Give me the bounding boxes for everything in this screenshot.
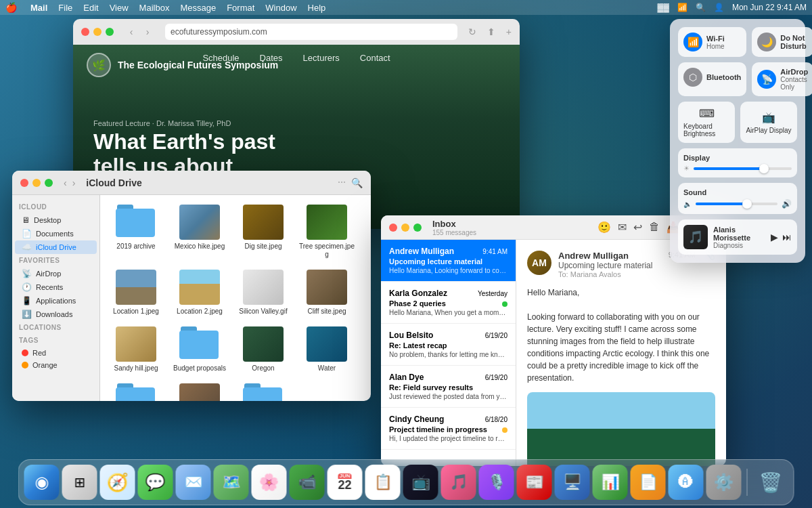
cc-wifi-tile[interactable]: 📶 Wi-Fi Home [678,27,746,57]
mail-fullscreen[interactable] [413,224,422,232]
cc-airdrop-tile[interactable]: 📡 AirDrop Contacts Only [752,62,812,96]
menubar-app-name[interactable]: Mail [30,3,47,13]
finder-item-intern[interactable]: Intern [106,379,166,401]
mail-minimize[interactable] [401,224,409,232]
menubar-edit[interactable]: Edit [83,3,98,13]
finder-forward[interactable]: › [72,177,76,188]
dock-messages[interactable]: 💬 [138,465,173,500]
airplay-audio-icon[interactable]: 🔊 [782,199,792,209]
dock-reminders[interactable]: 📋 [365,465,401,500]
dock-calendar[interactable]: JUN 22 [328,465,363,500]
dock-podcasts[interactable]: 🎙️ [479,465,514,500]
menubar-message[interactable]: Message [180,3,216,13]
sidebar-item-airdrop[interactable]: 📡 AirDrop [15,267,97,280]
finder-back[interactable]: ‹ [64,177,67,188]
dock-screens[interactable]: 🖥️ [555,465,590,500]
dock-pages[interactable]: 📄 [631,465,666,500]
add-tab-button[interactable]: + [506,26,512,37]
nav-lecturers[interactable]: Lecturers [303,53,340,63]
nav-schedule[interactable]: Schedule [202,53,239,63]
finder-item-siliconvalley[interactable]: Silicon Valley.gif [233,266,294,320]
dock-numbers[interactable]: 📊 [593,465,628,500]
display-slider[interactable] [694,167,792,170]
reload-button[interactable]: ↻ [468,26,476,37]
dock-maps[interactable]: 🗺️ [214,465,249,500]
dock-system-prefs[interactable]: ⚙️ [706,465,742,500]
finder-fullscreen[interactable] [45,179,53,187]
sidebar-item-recents[interactable]: 🕐 Recents [15,280,97,294]
display-slider-handle[interactable] [759,164,769,173]
finder-item-interview[interactable]: Interview [169,379,230,401]
url-bar[interactable]: ecofuturessymposium.com [165,24,457,40]
finder-item-mexico[interactable]: Mexico hike.jpeg [169,200,230,263]
close-button[interactable] [81,28,89,36]
sidebar-item-icloud-drive[interactable]: ☁️ iCloud Drive [15,240,97,254]
sidebar-item-desktop[interactable]: 🖥 Desktop [15,213,97,227]
finder-item-thesis[interactable]: Thesis project [233,379,294,401]
finder-item-location2[interactable]: Location 2.jpeg [169,266,230,320]
apple-menu[interactable]: 🍎 [5,2,17,13]
menubar-format[interactable]: Format [227,3,254,13]
cc-airplay-display[interactable]: 📺 AirPlay Display [740,102,797,143]
finder-item-water[interactable]: Water [296,322,357,377]
search-icon[interactable]: 🔍 [696,3,706,12]
finder-item-location1[interactable]: Location 1.jpeg [106,266,166,320]
mail-item-1[interactable]: Karla Gonzalez Yesterday Phase 2 queries… [381,282,516,324]
share-button[interactable]: ⬆ [487,26,495,37]
dock-mail[interactable]: ✉️ [176,465,211,500]
nav-contact[interactable]: Contact [360,53,390,63]
mail-item-4[interactable]: Cindy Cheung 6/18/20 Project timeline in… [381,408,516,450]
cc-bluetooth-tile[interactable]: ⬡ Bluetooth [678,62,746,96]
fast-forward-button[interactable]: ⏭ [782,232,792,242]
finder-item-oregon[interactable]: Oregon [233,322,294,377]
finder-close[interactable] [20,179,28,187]
sidebar-item-documents[interactable]: 📄 Documents [15,227,97,240]
mail-close[interactable] [389,224,397,232]
forward-button[interactable]: › [141,25,154,39]
finder-minimize[interactable] [32,179,41,187]
menubar-view[interactable]: View [110,3,129,13]
finder-search[interactable]: 🔍 [351,177,363,188]
dock-photos[interactable]: 🌸 [252,465,287,500]
sidebar-item-applications[interactable]: 📱 Applications [15,294,97,308]
nav-dates[interactable]: Dates [260,53,283,63]
finder-item-archive[interactable]: 2019 archive [106,200,166,263]
sidebar-item-downloads[interactable]: ⬇️ Downloads [15,308,97,321]
finder-item-budget[interactable]: Budget proposals [169,322,230,377]
sound-slider[interactable] [696,203,777,205]
menubar-window[interactable]: Window [265,3,296,13]
finder-item-cliffsite[interactable]: Cliff site.jpeg [296,266,357,320]
dock-finder[interactable]: ◉ [24,465,60,500]
mail-item-3[interactable]: Alan Dye 6/19/20 Re: Field survey result… [381,366,516,408]
dock-launchpad[interactable]: ⊞ [62,465,97,500]
dock-tv[interactable]: 📺 [403,465,438,500]
new-message-button[interactable]: ✉ [618,221,627,234]
dock-facetime[interactable]: 📹 [290,465,325,500]
finder-item-tree[interactable]: Tree specimen.jpeg [296,200,357,263]
reply-button[interactable]: ↩ [633,221,642,234]
finder-action-more[interactable]: ⋯ [338,177,346,188]
mail-item-2[interactable]: Lou Belsito 6/19/20 Re: Latest recap No … [381,324,516,366]
dock-appstore[interactable]: 🅐 [669,465,704,500]
dock-news[interactable]: 📰 [517,465,552,500]
minimize-button[interactable] [93,28,102,36]
sidebar-tag-orange[interactable]: Orange [15,359,97,371]
menubar-help[interactable]: Help [308,3,326,13]
finder-item-sandyhill[interactable]: Sandy hill.jpeg [106,322,166,377]
dock-music[interactable]: 🎵 [441,465,476,500]
cc-dnd-tile[interactable]: 🌙 Do Not Disturb [752,27,812,57]
back-button[interactable]: ‹ [125,25,138,39]
finder-item-digsite[interactable]: Dig site.jpeg [233,200,294,263]
cc-keyboard-brightness[interactable]: ⌨ Keyboard Brightness [678,102,735,143]
emoji-button[interactable]: 🙂 [597,221,611,234]
menubar-file[interactable]: File [58,3,72,13]
dock-safari[interactable]: 🧭 [100,465,135,500]
sound-slider-handle[interactable] [742,199,752,209]
play-button[interactable]: ▶ [771,232,778,242]
sidebar-tag-red[interactable]: Red [15,347,97,359]
mail-item-0[interactable]: Andrew Mulligan 9:41 AM Upcoming lecture… [381,240,516,282]
trash-button[interactable]: 🗑 [649,221,660,234]
wifi-icon[interactable]: 📶 [677,3,687,12]
user-icon[interactable]: 👤 [714,3,724,12]
dock-trash[interactable]: 🗑️ [753,465,788,500]
